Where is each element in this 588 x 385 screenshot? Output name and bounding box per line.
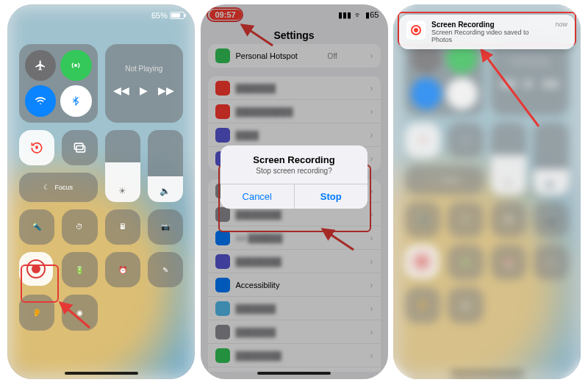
hearing-button[interactable]: 👂 [19,295,54,330]
alert-title: Screen Recording [220,145,368,167]
phone-control-center: 65% Not Playing [7,4,195,379]
airdrop-icon [70,60,82,71]
flashlight-icon: 🔦 [32,223,41,231]
stop-button[interactable]: Stop [294,184,368,209]
focus-label: Focus [54,184,73,191]
airdrop-toggle[interactable] [60,50,91,81]
bluetooth-toggle[interactable] [60,85,91,116]
media-module[interactable]: Not Playing ◀◀ ▶ ▶▶ [105,44,184,123]
notification-app-icon [406,21,426,40]
screen-recording-alert: Screen Recording Stop screen recording? … [220,145,368,209]
airplane-icon [35,60,46,71]
timer-button[interactable]: ⏱ [62,209,97,245]
battery-indicator: 65% [151,11,184,20]
media-controls: ◀◀ ▶ ▶▶ [106,79,182,102]
connectivity-module [19,44,98,123]
focus-icon: ☾ [43,183,50,191]
alert-message: Stop screen recording? [220,167,368,184]
hearing-icon: 👂 [32,309,41,317]
media-title: Not Playing [125,65,162,73]
rotation-lock-icon [29,140,44,155]
control-center: Not Playing ◀◀ ▶ ▶▶ ☀ [7,4,195,379]
bluetooth-icon [71,96,81,106]
calculator-button[interactable]: 🖩 [105,209,140,245]
home-indicator[interactable] [65,372,138,375]
shazam-icon: ◉ [76,309,83,317]
svg-rect-1 [35,145,37,148]
phone-notification: 65% Not Playing ◀◀▶▶▶ ⟲ ▢ ☀ 🔈 ☾Focus 🔦 ⏱… [393,4,581,379]
notification-title: Screen Recording [431,21,549,29]
brightness-icon: ☀ [118,186,126,196]
play-icon[interactable]: ▶ [140,84,148,96]
status-bar: 65% [7,4,195,26]
timer-icon: ⏱ [76,223,83,231]
quick-note-icon: ✎ [162,266,168,274]
svg-point-0 [75,65,77,67]
cancel-button[interactable]: Cancel [220,184,294,209]
volume-slider[interactable]: 🔈 [148,130,183,202]
focus-button[interactable]: ☾ Focus [19,173,98,202]
alarm-icon: ⏰ [118,266,127,274]
next-icon[interactable]: ▶▶ [158,84,174,96]
brightness-slider[interactable]: ☀ [105,130,140,202]
battery-percent: 65% [151,11,168,20]
screen-mirroring-button[interactable] [62,130,97,165]
flashlight-button[interactable]: 🔦 [19,209,54,245]
blur-overlay [393,4,581,379]
alarm-button[interactable]: ⏰ [105,252,140,287]
camera-button[interactable]: 📷 [148,209,183,245]
shazam-button[interactable]: ◉ [62,295,97,330]
quick-note-button[interactable]: ✎ [148,252,183,287]
airplane-mode-toggle[interactable] [25,50,56,81]
camera-icon: 📷 [161,223,170,231]
volume-icon: 🔈 [159,186,171,196]
wifi-toggle[interactable] [25,85,56,116]
screen-record-button[interactable] [19,252,53,286]
calculator-icon: 🖩 [119,223,126,231]
low-power-icon: 🔋 [75,266,84,274]
rotation-lock-toggle[interactable] [19,130,54,165]
notification-time: now [555,21,567,43]
low-power-button[interactable]: 🔋 [62,252,97,287]
wifi-icon [35,95,46,107]
notification-subtitle: Screen Recording video saved to Photos [431,29,549,43]
screen-mirroring-icon [72,140,87,155]
phone-settings-alert: 09:57 ▮▮▮ ᯤ ▮65 Settings Personal Hotspo… [201,4,388,379]
prev-icon[interactable]: ◀◀ [113,84,129,96]
screen-recording-notification[interactable]: Screen Recording Screen Recording video … [399,15,575,49]
screen-record-icon [26,259,46,278]
